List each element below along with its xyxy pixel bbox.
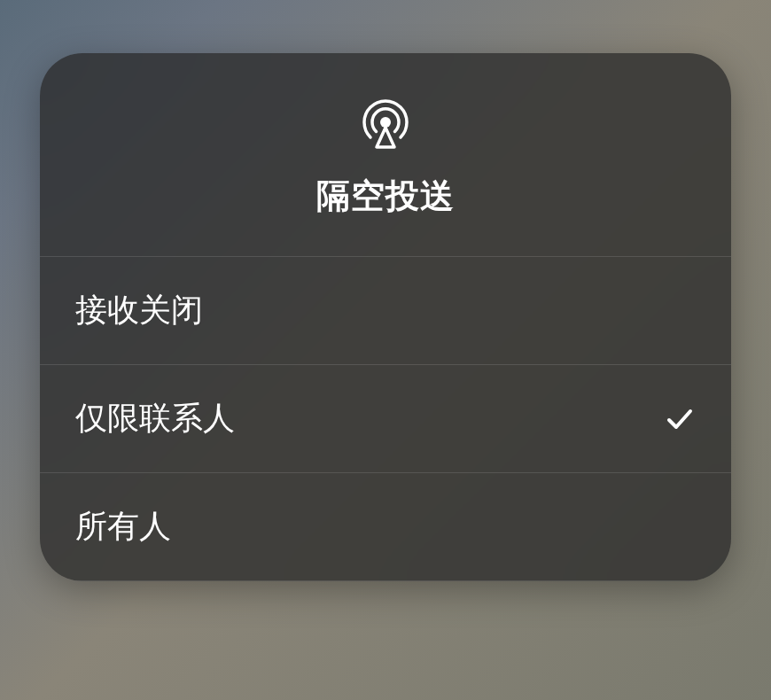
panel-header: 隔空投送	[40, 53, 731, 257]
airdrop-panel: 隔空投送 接收关闭 仅限联系人 所有人	[40, 53, 731, 581]
option-receiving-off[interactable]: 接收关闭	[40, 257, 731, 365]
options-list: 接收关闭 仅限联系人 所有人	[40, 257, 731, 581]
check-icon	[664, 403, 696, 435]
option-label: 所有人	[75, 505, 171, 548]
airdrop-icon	[359, 96, 412, 149]
option-label: 仅限联系人	[75, 397, 235, 440]
option-everyone[interactable]: 所有人	[40, 473, 731, 581]
option-label: 接收关闭	[75, 289, 203, 332]
panel-title: 隔空投送	[316, 174, 455, 219]
option-contacts-only[interactable]: 仅限联系人	[40, 365, 731, 473]
svg-point-0	[380, 117, 391, 128]
